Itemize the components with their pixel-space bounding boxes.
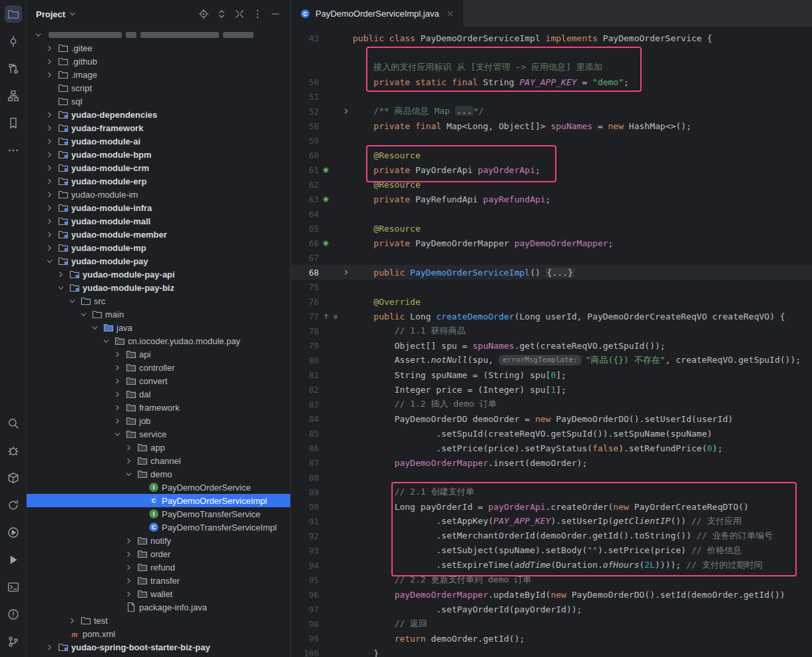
- chevron-right-icon[interactable]: [45, 69, 55, 80]
- options-icon[interactable]: [250, 6, 266, 22]
- tree-item-yudao-module-mp[interactable]: yudao-module-mp: [27, 241, 290, 254]
- fold-arrow-icon[interactable]: [342, 268, 353, 276]
- chevron-down-icon[interactable]: [124, 469, 134, 479]
- tree-item-yudao-module-crm[interactable]: yudao-module-crm: [27, 161, 290, 174]
- tree-item-yudao-module-bpm[interactable]: yudao-module-bpm: [27, 148, 290, 161]
- sync-icon[interactable]: [5, 497, 22, 514]
- tree-item-yudao-spring-boot-starter-biz-pay[interactable]: yudao-spring-boot-starter-biz-pay: [27, 640, 290, 654]
- code-line-58[interactable]: 58 private final Map<Long, Object[]> spu…: [291, 118, 812, 133]
- code-line-51[interactable]: 51: [291, 89, 812, 104]
- tree-item-main[interactable]: main: [27, 308, 290, 321]
- chevron-right-icon[interactable]: [45, 136, 55, 146]
- chevron-down-icon[interactable]: [69, 10, 77, 18]
- locate-icon[interactable]: [196, 6, 212, 22]
- tree-item-src[interactable]: src: [27, 294, 290, 308]
- tree-item-controller[interactable]: controller: [27, 361, 290, 374]
- spring-bean-icon[interactable]: [322, 166, 329, 174]
- chevron-right-icon[interactable]: [112, 415, 122, 426]
- chevron-right-icon[interactable]: [45, 162, 55, 173]
- run-icon[interactable]: [5, 551, 22, 568]
- code-line-92[interactable]: 92 .setMerchantOrderId(demoOrder.getId()…: [291, 529, 812, 543]
- code-line-96[interactable]: 96 payDemoOrderMapper.updateById(new Pay…: [291, 587, 812, 602]
- code-line-66[interactable]: 66 private PayDemoOrderMapper payDemoOrd…: [291, 236, 812, 250]
- hide-icon[interactable]: [268, 6, 284, 22]
- chevron-right-icon[interactable]: [124, 535, 134, 546]
- chevron-right-icon[interactable]: [124, 588, 134, 599]
- code-editor[interactable]: 43public class PayDemoOrderServiceImpl i…: [291, 27, 812, 657]
- tree-item-yudao-module-member[interactable]: yudao-module-member: [27, 228, 290, 241]
- tree-item-sql[interactable]: sql: [27, 95, 290, 108]
- tree-item-pom-xml[interactable]: mpom.xml: [27, 627, 290, 640]
- chevron-right-icon[interactable]: [45, 242, 55, 253]
- tree-item-order[interactable]: order: [27, 547, 290, 560]
- tree-item-java[interactable]: java: [27, 321, 290, 334]
- tree-item-refund[interactable]: refund: [27, 560, 290, 574]
- code-line-100[interactable]: 100 }: [291, 646, 812, 657]
- chevron-right-icon[interactable]: [45, 202, 55, 213]
- annotation-marker-icon[interactable]: @: [331, 312, 339, 320]
- code-line-67[interactable]: 67: [291, 250, 812, 265]
- tree-item-service[interactable]: service: [27, 427, 290, 441]
- chevron-down-icon[interactable]: [79, 309, 89, 320]
- structure-icon[interactable]: [5, 87, 22, 105]
- chevron-right-icon[interactable]: [45, 149, 55, 160]
- code-line-68[interactable]: 68 public PayDemoOrderServiceImpl() {...…: [291, 265, 812, 280]
- tree-item-transfer[interactable]: transfer: [27, 574, 290, 587]
- project-icon[interactable]: [5, 5, 22, 23]
- tree-item-yudao-module-pay-api[interactable]: yudao-module-pay-api: [27, 268, 290, 281]
- chevron-right-icon[interactable]: [45, 176, 55, 186]
- chevron-right-icon[interactable]: [124, 575, 134, 586]
- code-line[interactable]: 接入的支付应用标识 从 [支付管理 -> 应用信息] 里添加: [291, 60, 812, 75]
- tree-item-yudao-dependencies[interactable]: yudao-dependencies: [27, 108, 290, 121]
- tree-item-channel[interactable]: channel: [27, 454, 290, 467]
- chevron-down-icon[interactable]: [45, 256, 55, 266]
- tree-item-yudao-module-pay[interactable]: yudao-module-pay: [27, 254, 290, 268]
- code-line-60[interactable]: 60 @Resource: [291, 148, 812, 162]
- code-line-64[interactable]: 64: [291, 206, 812, 221]
- tree-item-paydemotransferserviceimpl[interactable]: CPayDemoTransferServiceImpl: [27, 521, 290, 534]
- tree-item-dal[interactable]: dal: [27, 387, 290, 401]
- sort-icon[interactable]: [214, 6, 230, 22]
- bookmarks-icon[interactable]: [5, 114, 22, 132]
- code-line-75[interactable]: 75: [291, 280, 812, 294]
- code-line-98[interactable]: 98 // 返回: [291, 616, 812, 631]
- chevron-right-icon[interactable]: [45, 229, 55, 240]
- tree-item-job[interactable]: job: [27, 414, 290, 427]
- code-line-88[interactable]: 88: [291, 470, 812, 485]
- chevron-right-icon[interactable]: [45, 189, 55, 200]
- tab-close-icon[interactable]: [445, 7, 457, 19]
- code-line-90[interactable]: 90 Long payOrderId = payOrderApi.createO…: [291, 499, 812, 514]
- tree-item-wallet[interactable]: wallet: [27, 587, 290, 600]
- code-line-91[interactable]: 91 .setAppKey(PAY_APP_KEY).setUserIp(get…: [291, 514, 812, 529]
- chevron-right-icon[interactable]: [45, 216, 55, 226]
- chevron-right-icon[interactable]: [124, 442, 134, 453]
- code-line-89[interactable]: 89 // 2.1 创建支付单: [291, 485, 812, 499]
- chevron-right-icon[interactable]: [112, 375, 122, 386]
- chevron-right-icon[interactable]: [45, 56, 55, 67]
- tree-item-app[interactable]: app: [27, 441, 290, 454]
- code-line-93[interactable]: 93 .setSubject(spuName).setBody("").setP…: [291, 543, 812, 558]
- tree-item-paydemoorderservice[interactable]: IPayDemoOrderService: [27, 481, 290, 494]
- code-line-63[interactable]: 63 private PayRefundApi payRefundApi;: [291, 192, 812, 206]
- build-icon[interactable]: [5, 469, 22, 487]
- tree-item-yudao-module-pay-biz[interactable]: yudao-module-pay-biz: [27, 281, 290, 294]
- tree-item-root[interactable]: [27, 28, 290, 41]
- tree-item-yudao-module-erp[interactable]: yudao-module-erp: [27, 174, 290, 188]
- code-line-50[interactable]: 50 private static final String PAY_APP_K…: [291, 75, 812, 89]
- debug-icon[interactable]: [5, 442, 22, 459]
- tree-item-paydemoorderserviceimpl[interactable]: CPayDemoOrderServiceImpl: [27, 494, 290, 507]
- spring-bean-icon[interactable]: [322, 196, 329, 203]
- fold-arrow-icon[interactable]: [342, 107, 353, 115]
- chevron-right-icon[interactable]: [112, 402, 122, 413]
- code-line-79[interactable]: 79 Object[] spu = spuNames.get(createReq…: [291, 338, 812, 353]
- tree-item-package-info-java[interactable]: package-info.java: [27, 600, 290, 614]
- tree-item-script[interactable]: script: [27, 81, 290, 95]
- chevron-right-icon[interactable]: [124, 455, 134, 466]
- chevron-right-icon[interactable]: [45, 43, 55, 53]
- tree-item--image[interactable]: .image: [27, 68, 290, 81]
- chevron-right-icon[interactable]: [112, 349, 122, 359]
- chevron-right-icon[interactable]: [45, 122, 55, 133]
- terminal-icon[interactable]: [5, 578, 22, 596]
- chevron-right-icon[interactable]: [124, 562, 134, 572]
- tree-item-yudao-module-im[interactable]: yudao-module-im: [27, 188, 290, 201]
